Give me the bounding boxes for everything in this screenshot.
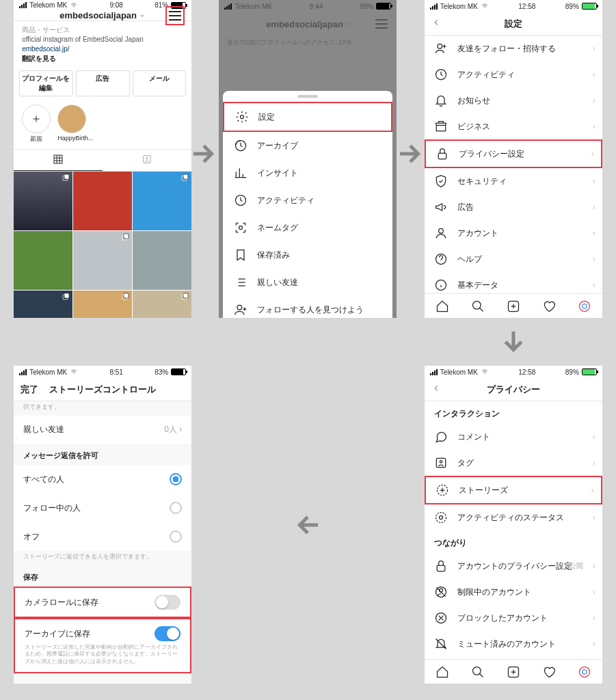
heart-icon[interactable] — [542, 665, 556, 679]
profile-icon[interactable] — [578, 665, 591, 679]
ads-button[interactable]: 広告 — [76, 70, 130, 96]
mail-button[interactable]: メール — [133, 70, 187, 96]
nametag-icon — [234, 221, 247, 234]
svg-point-41 — [439, 516, 442, 520]
settings-help[interactable]: ヘルプ› — [425, 246, 602, 272]
restricted-accounts[interactable]: 制限中のアカウント› — [425, 579, 602, 605]
reply-off[interactable]: オフ — [14, 522, 191, 551]
arrow-left — [205, 366, 410, 684]
svg-point-33 — [472, 301, 481, 309]
tagged-tab[interactable] — [103, 150, 191, 171]
new-story[interactable]: 新規 — [22, 105, 51, 144]
svg-point-2 — [146, 157, 148, 159]
photo-item[interactable] — [133, 231, 191, 290]
status-bar: Telekom MK 8:51 83% — [14, 366, 191, 378]
list-icon — [234, 275, 247, 289]
back-button[interactable] — [431, 383, 441, 395]
svg-point-24 — [239, 226, 243, 230]
done-button[interactable]: 完了 — [21, 383, 38, 396]
search-icon[interactable] — [471, 665, 485, 679]
grid-tab[interactable] — [14, 150, 103, 171]
profile-icon[interactable] — [578, 299, 591, 313]
svg-point-48 — [472, 667, 481, 675]
hamburger-icon — [373, 16, 390, 32]
account-privacy[interactable]: アカウントのプライバシー設定公開› — [425, 553, 602, 579]
close-friends-row[interactable]: 親しい友達0人 › — [14, 416, 191, 444]
status-bar: Telekom MK 9:08 81% — [14, 0, 191, 10]
reply-everyone[interactable]: すべての人 — [14, 465, 191, 494]
clock-icon — [234, 193, 247, 207]
back-button[interactable] — [431, 18, 441, 29]
chart-icon — [234, 166, 247, 180]
menu-insights[interactable]: インサイト — [223, 159, 392, 187]
muted-accounts[interactable]: ミュート済みのアカウント› — [425, 631, 602, 657]
photo-item[interactable] — [73, 291, 132, 318]
search-icon[interactable] — [471, 299, 485, 313]
settings-about[interactable]: 基本データ› — [425, 272, 602, 293]
menu-nametag[interactable]: ネームタグ — [223, 214, 392, 241]
bio-link[interactable]: embedsocial.jp/ — [22, 45, 69, 53]
svg-rect-0 — [54, 155, 62, 163]
close-friends[interactable]: 親しい友達› — [425, 657, 602, 659]
bell-icon — [434, 94, 448, 107]
bottom-nav — [425, 293, 602, 318]
hamburger-menu[interactable] — [165, 6, 185, 25]
photo-item[interactable] — [14, 291, 72, 318]
username-dropdown[interactable]: embedsocialjapan — [59, 10, 146, 21]
settings-security[interactable]: セキュリティ› — [425, 168, 602, 194]
bookmark-icon — [234, 248, 247, 262]
story-highlight[interactable]: HappyBirth... — [57, 105, 93, 144]
settings-business[interactable]: ビジネス› — [425, 113, 602, 139]
svg-rect-5 — [183, 174, 188, 179]
reply-following[interactable]: フォロー中の人 — [14, 494, 191, 522]
menu-settings[interactable]: 設定 — [223, 102, 392, 132]
toggle-icon[interactable] — [155, 595, 180, 610]
home-icon[interactable] — [436, 299, 449, 313]
photo-item[interactable] — [73, 231, 132, 290]
svg-point-25 — [237, 305, 242, 310]
menu-close-friends[interactable]: 親しい友達 — [223, 269, 392, 296]
edit-profile-button[interactable]: プロフィールを編集 — [19, 70, 73, 96]
settings-follow[interactable]: 友達をフォロー・招待する› — [425, 36, 602, 62]
privacy-stories[interactable]: ストーリーズ› — [425, 476, 602, 504]
status-bar: Telekom MK 12:58 89% — [425, 366, 602, 378]
photo-item[interactable] — [14, 172, 72, 230]
heart-icon[interactable] — [542, 299, 556, 313]
settings-ads[interactable]: 広告› — [425, 194, 602, 220]
dimmed-header: embedsocialjapan — [219, 12, 397, 36]
comment-icon — [434, 430, 448, 444]
save-archive[interactable]: アーカイブに保存 ストーリーズに追加した写真や動画が自動的にアーカイブされるため… — [14, 618, 191, 673]
privacy-comments[interactable]: コメント› — [425, 424, 602, 450]
screen-settings: Telekom MK 12:58 89% 設定 友達をフォロー・招待する› アク… — [425, 0, 602, 318]
create-icon[interactable] — [507, 665, 520, 679]
photo-item[interactable] — [14, 231, 72, 290]
svg-point-38 — [440, 461, 442, 463]
photo-item[interactable] — [133, 172, 191, 230]
svg-rect-11 — [124, 293, 129, 298]
story-header: 完了 ストーリーズコントロール — [14, 378, 191, 401]
menu-discover[interactable]: フォローする人を見つけよう — [223, 296, 392, 318]
profile-header: embedsocialjapan — [14, 10, 191, 21]
svg-rect-42 — [437, 565, 445, 571]
toggle-icon[interactable] — [155, 626, 180, 641]
settings-account[interactable]: アカウント› — [425, 220, 602, 246]
restrict-icon — [434, 585, 448, 599]
save-cameraroll[interactable]: カメラロールに保存 — [14, 587, 191, 618]
menu-saved[interactable]: 保存済み — [223, 241, 392, 269]
svg-rect-3 — [64, 174, 69, 179]
settings-notifications[interactable]: お知らせ› — [425, 88, 602, 113]
privacy-activity-status[interactable]: アクティビティのステータス› — [425, 504, 602, 530]
home-icon[interactable] — [436, 665, 449, 679]
person-icon — [434, 226, 448, 240]
photo-item[interactable] — [73, 172, 132, 230]
create-icon[interactable] — [507, 299, 520, 313]
menu-archive[interactable]: アーカイブ — [223, 132, 392, 159]
bottom-nav — [425, 659, 602, 684]
privacy-tags[interactable]: タグ› — [425, 450, 602, 476]
blocked-accounts[interactable]: ブロックしたアカウント› — [425, 605, 602, 631]
photo-item[interactable] — [133, 291, 191, 318]
settings-privacy[interactable]: プライバシー設定› — [425, 139, 602, 168]
lock-icon — [436, 147, 449, 161]
settings-activity[interactable]: アクティビティ› — [425, 62, 602, 88]
menu-activity[interactable]: アクティビティ — [223, 187, 392, 214]
